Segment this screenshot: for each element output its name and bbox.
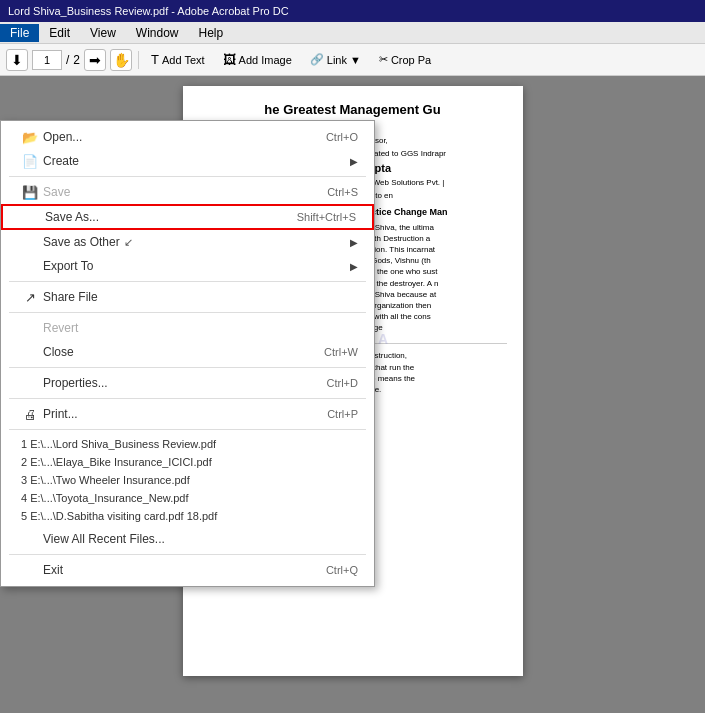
menu-sep-4 [9, 367, 366, 368]
crop-icon: ✂ [379, 53, 388, 66]
menu-item-close[interactable]: Close Ctrl+W [1, 340, 374, 364]
exit-label: Exit [43, 563, 63, 577]
page-number-input[interactable] [32, 50, 62, 70]
link-label: Link [327, 54, 347, 66]
link-button[interactable]: 🔗 Link ▼ [304, 50, 367, 69]
open-shortcut: Ctrl+O [326, 131, 358, 143]
save-shortcut: Ctrl+S [327, 186, 358, 198]
recent-files-section: 1 E:\...\Lord Shiva_Business Review.pdf … [1, 433, 374, 527]
menu-help[interactable]: Help [189, 24, 234, 42]
toolbar-separator-1 [138, 51, 139, 69]
menu-file[interactable]: File [0, 24, 39, 42]
next-page-button[interactable]: ➡ [84, 49, 106, 71]
recent-file-5[interactable]: 5 E:\...\D.Sabitha visiting card.pdf 18.… [1, 507, 374, 525]
page-total: 2 [73, 53, 80, 67]
menu-item-save-as-other[interactable]: Save as Other ↙ ▶ [1, 230, 374, 254]
add-image-button[interactable]: 🖼 Add Image [217, 49, 298, 70]
exit-shortcut: Ctrl+Q [326, 564, 358, 576]
save-icon: 💾 [21, 185, 39, 200]
print-label: Print... [43, 407, 78, 421]
pdf-col-right-header: Practice Change Man [357, 206, 507, 219]
export-to-arrow: ▶ [350, 261, 358, 272]
prev-page-button[interactable]: ⬇ [6, 49, 28, 71]
file-menu-dropdown: 📂 Open... Ctrl+O 📄 Create ▶ 💾 Save Ctrl+… [0, 120, 375, 587]
share-file-label: Share File [43, 290, 98, 304]
link-dropdown-icon: ▼ [350, 54, 361, 66]
save-as-other-arrow: ▶ [350, 237, 358, 248]
pdf-title: he Greatest Management Gu [199, 102, 507, 117]
recent-file-1[interactable]: 1 E:\...\Lord Shiva_Business Review.pdf [1, 435, 374, 453]
menu-sep-7 [9, 554, 366, 555]
view-all-recent-label: View All Recent Files... [43, 532, 165, 546]
close-shortcut: Ctrl+W [324, 346, 358, 358]
save-as-other-label: Save as Other [43, 235, 120, 249]
print-icon: 🖨 [21, 407, 39, 422]
menu-sep-3 [9, 312, 366, 313]
menu-sep-6 [9, 429, 366, 430]
create-arrow: ▶ [350, 156, 358, 167]
menu-item-export-to[interactable]: Export To ▶ [1, 254, 374, 278]
properties-label: Properties... [43, 376, 108, 390]
add-image-label: Add Image [239, 54, 292, 66]
menu-window[interactable]: Window [126, 24, 189, 42]
add-text-icon: T [151, 52, 159, 67]
menu-item-save-as[interactable]: Save As... Shift+Ctrl+S [1, 204, 374, 230]
menu-item-properties[interactable]: Properties... Ctrl+D [1, 371, 374, 395]
recent-file-4[interactable]: 4 E:\...\Toyota_Insurance_New.pdf [1, 489, 374, 507]
add-text-button[interactable]: T Add Text [145, 49, 211, 70]
main-area: N NESABA MEDIA.COM he Greatest Managemen… [0, 76, 705, 713]
menu-item-share-file[interactable]: ↗ Share File [1, 285, 374, 309]
menu-item-exit[interactable]: Exit Ctrl+Q [1, 558, 374, 582]
create-label: Create [43, 154, 79, 168]
hand-tool-button[interactable]: ✋ [110, 49, 132, 71]
print-shortcut: Ctrl+P [327, 408, 358, 420]
add-image-icon: 🖼 [223, 52, 236, 67]
share-icon: ↗ [21, 290, 39, 305]
menu-bar: File Edit View Window Help [0, 22, 705, 44]
menu-item-view-all-recent[interactable]: View All Recent Files... [1, 527, 374, 551]
link-icon: 🔗 [310, 53, 324, 66]
menu-item-create[interactable]: 📄 Create ▶ [1, 149, 374, 173]
menu-view[interactable]: View [80, 24, 126, 42]
export-to-label: Export To [43, 259, 93, 273]
page-separator: / [66, 53, 69, 67]
add-text-label: Add Text [162, 54, 205, 66]
menu-item-revert: Revert [1, 316, 374, 340]
save-label: Save [43, 185, 70, 199]
cursor-indicator: ↙ [124, 236, 133, 249]
menu-sep-5 [9, 398, 366, 399]
open-label: Open... [43, 130, 82, 144]
open-icon: 📂 [21, 130, 39, 145]
menu-item-save: 💾 Save Ctrl+S [1, 180, 374, 204]
menu-item-open[interactable]: 📂 Open... Ctrl+O [1, 125, 374, 149]
menu-sep-2 [9, 281, 366, 282]
menu-sep-1 [9, 176, 366, 177]
recent-file-2[interactable]: 2 E:\...\Elaya_Bike Insurance_ICICI.pdf [1, 453, 374, 471]
revert-label: Revert [43, 321, 78, 335]
crop-button[interactable]: ✂ Crop Pa [373, 50, 437, 69]
close-label: Close [43, 345, 74, 359]
save-as-label: Save As... [45, 210, 99, 224]
crop-label: Crop Pa [391, 54, 431, 66]
properties-shortcut: Ctrl+D [327, 377, 358, 389]
title-bar-text: Lord Shiva_Business Review.pdf - Adobe A… [8, 5, 289, 17]
create-icon: 📄 [21, 154, 39, 169]
menu-edit[interactable]: Edit [39, 24, 80, 42]
save-as-shortcut: Shift+Ctrl+S [297, 211, 356, 223]
recent-file-3[interactable]: 3 E:\...\Two Wheeler Insurance.pdf [1, 471, 374, 489]
title-bar: Lord Shiva_Business Review.pdf - Adobe A… [0, 0, 705, 22]
toolbar: ⬇ / 2 ➡ ✋ T Add Text 🖼 Add Image 🔗 Link … [0, 44, 705, 76]
page-navigation: ⬇ / 2 ➡ ✋ [6, 49, 132, 71]
menu-item-print[interactable]: 🖨 Print... Ctrl+P [1, 402, 374, 426]
